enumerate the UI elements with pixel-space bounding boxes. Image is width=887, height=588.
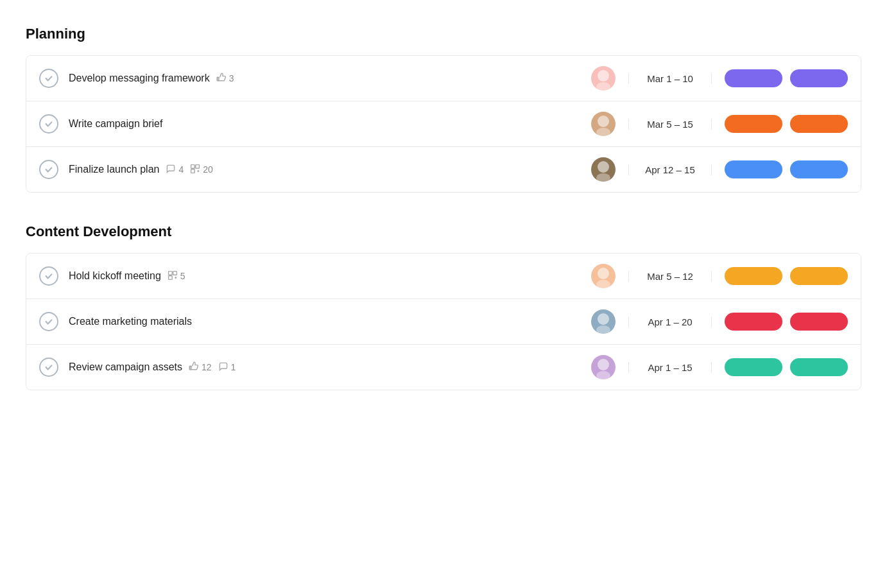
comment-icon	[218, 361, 228, 374]
task-checkbox[interactable]	[39, 266, 58, 286]
svg-rect-7	[191, 169, 195, 173]
task-pill-2	[790, 115, 848, 133]
svg-point-15	[598, 313, 609, 325]
task-pill-2	[790, 267, 848, 285]
svg-point-1	[598, 70, 609, 82]
task-date: Apr 1 – 15	[628, 362, 712, 373]
task-checkbox[interactable]	[39, 69, 58, 88]
task-pill-2	[790, 69, 848, 87]
task-row[interactable]: Finalize launch plan 4 20 Apr 12 – 15	[26, 146, 861, 192]
task-pill-1	[725, 267, 782, 285]
svg-point-9	[596, 173, 610, 182]
task-date: Mar 1 – 10	[628, 73, 712, 84]
task-label: Finalize launch plan	[69, 164, 159, 175]
task-label: Create marketing materials	[69, 316, 192, 327]
section-content-development: Content Development Hold kickoff meeting…	[26, 223, 861, 390]
svg-point-13	[598, 268, 609, 279]
task-row[interactable]: Develop messaging framework 3 Mar 1 – 10	[26, 56, 861, 101]
task-avatar	[591, 355, 616, 379]
task-pill-1	[725, 69, 782, 87]
task-list: Develop messaging framework 3 Mar 1 – 10	[26, 55, 861, 193]
task-date: Mar 5 – 15	[628, 119, 712, 130]
svg-rect-11	[173, 271, 177, 275]
task-badge-subtask: 20	[190, 164, 213, 176]
task-avatar	[591, 66, 616, 91]
svg-rect-5	[191, 164, 195, 168]
section-title: Planning	[26, 26, 861, 42]
task-left: Hold kickoff meeting 5	[39, 266, 578, 286]
task-left: Write campaign brief	[39, 114, 578, 134]
task-label: Develop messaging framework	[69, 73, 210, 84]
badge-count: 12	[202, 362, 212, 372]
task-list: Hold kickoff meeting 5 Mar 5 – 12	[26, 253, 861, 390]
task-pill-group	[725, 160, 848, 178]
task-checkbox[interactable]	[39, 312, 58, 331]
task-label: Review campaign assets	[69, 361, 182, 373]
task-pill-1	[725, 160, 782, 178]
task-avatar	[591, 309, 616, 334]
svg-point-8	[598, 161, 609, 173]
task-badge-thumbsup: 12	[189, 361, 212, 374]
task-pill-2	[790, 160, 848, 178]
task-avatar	[591, 157, 616, 182]
task-right: Apr 1 – 15	[578, 355, 848, 379]
task-right: Mar 1 – 10	[578, 66, 848, 91]
task-pill-2	[790, 358, 848, 376]
task-checkbox[interactable]	[39, 160, 58, 179]
task-pill-1	[725, 358, 782, 376]
task-label: Write campaign brief	[69, 118, 162, 130]
task-name: Review campaign assets 12 1	[69, 361, 578, 374]
badge-count: 20	[203, 164, 213, 175]
section-title: Content Development	[26, 223, 861, 240]
task-date: Apr 1 – 20	[628, 316, 712, 327]
svg-point-3	[598, 116, 609, 127]
svg-point-14	[596, 280, 610, 288]
task-avatar	[591, 112, 616, 136]
task-pill-group	[725, 267, 848, 285]
task-pill-1	[725, 115, 782, 133]
task-row[interactable]: Hold kickoff meeting 5 Mar 5 – 12	[26, 254, 861, 298]
task-right: Mar 5 – 15	[578, 112, 848, 136]
comment-icon	[166, 164, 176, 176]
svg-rect-10	[168, 271, 172, 275]
task-pill-group	[725, 69, 848, 87]
task-date: Apr 12 – 15	[628, 164, 712, 175]
task-row[interactable]: Write campaign brief Mar 5 – 15	[26, 101, 861, 146]
svg-point-19	[596, 371, 610, 379]
task-name: Write campaign brief	[69, 118, 578, 130]
task-label: Hold kickoff meeting	[69, 270, 161, 282]
thumbsup-icon	[216, 73, 227, 85]
task-pill-1	[725, 313, 782, 331]
task-name: Hold kickoff meeting 5	[69, 270, 578, 282]
badge-count: 4	[178, 164, 184, 175]
task-badge-subtask: 5	[168, 270, 185, 282]
task-badge-comment: 4	[166, 164, 184, 176]
task-right: Mar 5 – 12	[578, 264, 848, 288]
badge-count: 3	[229, 73, 234, 83]
task-name: Develop messaging framework 3	[69, 73, 578, 85]
svg-point-4	[596, 128, 610, 136]
svg-rect-6	[196, 164, 200, 168]
thumbsup-icon	[189, 361, 199, 374]
task-date: Mar 5 – 12	[628, 271, 712, 282]
task-left: Review campaign assets 12 1	[39, 358, 578, 377]
task-pill-group	[725, 358, 848, 376]
task-checkbox[interactable]	[39, 358, 58, 377]
task-checkbox[interactable]	[39, 114, 58, 134]
task-right: Apr 1 – 20	[578, 309, 848, 334]
subtask-icon	[190, 164, 200, 176]
task-pill-2	[790, 313, 848, 331]
svg-point-2	[596, 82, 610, 91]
svg-point-16	[596, 325, 610, 334]
task-row[interactable]: Review campaign assets 12 1 Apr 1 – 15	[26, 344, 861, 390]
task-name: Create marketing materials	[69, 316, 578, 327]
task-left: Create marketing materials	[39, 312, 578, 331]
badge-count: 1	[231, 362, 236, 372]
subtask-icon	[168, 270, 178, 282]
task-left: Finalize launch plan 4 20	[39, 160, 578, 179]
task-name: Finalize launch plan 4 20	[69, 164, 578, 176]
svg-point-18	[598, 359, 609, 370]
task-row[interactable]: Create marketing materials Apr 1 – 20	[26, 298, 861, 344]
svg-rect-12	[168, 275, 172, 279]
task-pill-group	[725, 115, 848, 133]
